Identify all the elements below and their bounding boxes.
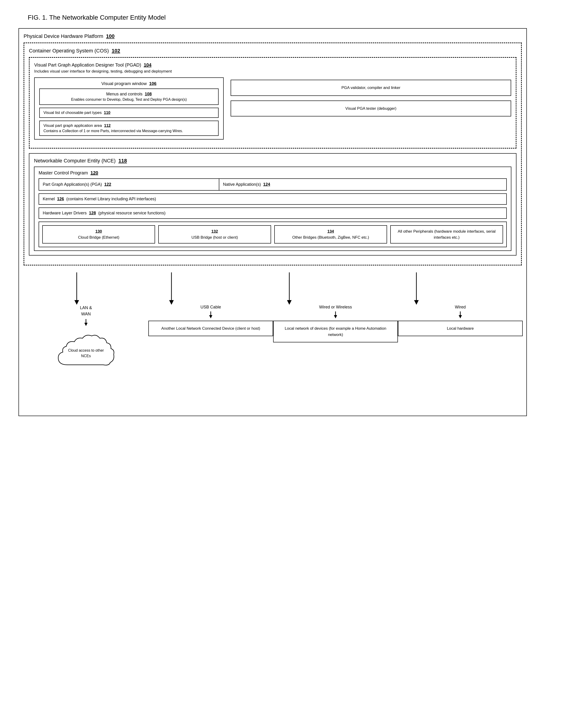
visual-list-box: Visual list of choosable part types 110 [39, 108, 219, 118]
another-local-box: Another Local Network Connected Device (… [148, 321, 273, 336]
col3-label: Wired or Wireless Local network of devic… [273, 305, 398, 375]
svg-marker-15 [459, 315, 462, 318]
driver-134: 134 Other Bridges (Bluetooth, ZigBee, NF… [274, 225, 387, 243]
hld-box: Hardware Layer Drivers 128 (physical res… [39, 207, 507, 219]
pgad-left: Visual program window 106 Menus and cont… [34, 77, 224, 143]
arrow-down-col2 [208, 311, 213, 318]
nce-box: Networkable Computer Entity (NCE) 118 Ma… [29, 153, 516, 256]
pgad-label: Visual Part Graph Application Designer T… [34, 62, 511, 68]
pga-tester-box: Visual PGA tester (debugger) [231, 101, 511, 117]
cos-box: Container Operating System (COS) 102 Vis… [24, 43, 522, 265]
cloud-container: Cloud access to other NCEs [49, 328, 123, 374]
cloud-text: Cloud access to other NCEs [63, 348, 109, 359]
svg-marker-3 [169, 300, 174, 305]
svg-marker-5 [287, 300, 292, 305]
arrow-down-col1 [83, 319, 89, 326]
mc-sub: Enables consumer to Develop, Debug, Test… [44, 98, 214, 102]
pgad-sublabel: Includes visual user interface for desig… [34, 69, 511, 74]
pga-native-row: Part Graph Application(s) (PGA) 122 Nati… [39, 178, 507, 190]
svg-marker-1 [74, 300, 79, 305]
col1-label: LAN & WAN Cloud access to othe [24, 305, 148, 375]
page-title: FIG. 1. The Networkable Computer Entity … [28, 14, 564, 21]
col2-label: USB Cable Another Local Network Connecte… [148, 305, 273, 375]
drivers-outer: 130 Cloud Bridge (Ethernet) 132 USB Brid… [39, 222, 507, 247]
driver-130: 130 Cloud Bridge (Ethernet) [42, 225, 155, 243]
mc-label: Menus and controls 108 [44, 92, 214, 97]
arrow-down-col3 [333, 311, 338, 318]
pga-cell: Part Graph Application(s) (PGA) 122 [39, 179, 219, 190]
bottom-labels-row: LAN & WAN Cloud access to othe [24, 305, 523, 375]
kernel-box: Kernel 126 (contains Kernel Library incl… [39, 193, 507, 205]
visual-program-window: Visual program window 106 Menus and cont… [34, 77, 224, 139]
native-cell: Native Application(s) 124 [219, 179, 506, 190]
outer-label: Physical Device Hardware Platform 100 [24, 33, 522, 39]
bottom-section: LAN & WAN Cloud access to othe [24, 272, 522, 411]
col4-label: Wired Local hardware [398, 305, 523, 375]
drivers-inner: 130 Cloud Bridge (Ethernet) 132 USB Brid… [42, 225, 503, 243]
outer-box: Physical Device Hardware Platform 100 Co… [19, 28, 527, 416]
cos-label: Container Operating System (COS) 102 [29, 48, 516, 54]
svg-marker-9 [84, 323, 87, 326]
local-network-box: Local network of devices (for example a … [273, 321, 398, 342]
pgad-right: PGA validator, compiler and linker Visua… [231, 77, 511, 143]
driver-132: 132 USB Bridge (host or client) [158, 225, 271, 243]
svg-marker-11 [209, 315, 212, 318]
menus-controls-box: Menus and controls 108 Enables consumer … [39, 88, 219, 105]
mcp-label: Master Control Program 120 [39, 170, 507, 176]
pgad-box: Visual Part Graph Application Designer T… [29, 57, 516, 149]
driver-other: All other Peripherals (hardware module i… [390, 225, 503, 243]
pgad-inner: Visual program window 106 Menus and cont… [34, 77, 511, 143]
mcp-box: Master Control Program 120 Part Graph Ap… [34, 166, 511, 251]
vpw-label: Visual program window 106 [39, 81, 219, 86]
local-hardware-box: Local hardware [398, 321, 523, 336]
pga-validator-box: PGA validator, compiler and linker [231, 80, 511, 96]
svg-marker-13 [334, 315, 337, 318]
svg-marker-7 [414, 300, 419, 305]
arrow-down-col4 [458, 311, 463, 318]
vpga-area-box: Visual part graph application area 112 C… [39, 121, 219, 136]
nce-label: Networkable Computer Entity (NCE) 118 [34, 158, 511, 164]
